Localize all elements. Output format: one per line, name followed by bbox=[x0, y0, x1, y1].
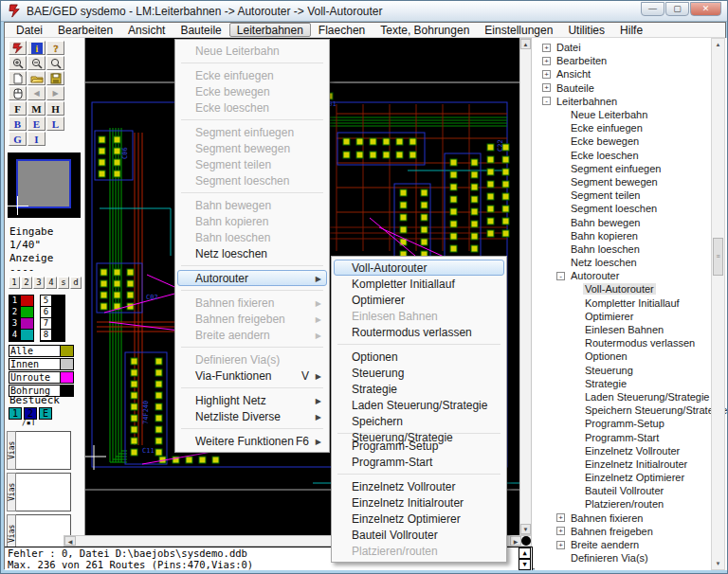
tree-node-datei[interactable]: +Datei bbox=[535, 41, 711, 54]
tool-e-button[interactable]: E bbox=[27, 117, 46, 131]
tree-node-einlesen-bahnen[interactable]: Einlesen Bahnen bbox=[535, 323, 711, 336]
layer-alle[interactable]: Alle bbox=[9, 345, 74, 357]
submenu-item-bauteil-vollrouter[interactable]: Bauteil Vollrouter bbox=[334, 527, 504, 543]
submenu-item-strategie[interactable]: Strategie bbox=[334, 381, 504, 397]
scroll-down-icon[interactable]: ▼ bbox=[520, 524, 531, 534]
tree-node-laden-steuerung-strategie[interactable]: Laden Steuerung/Strategie bbox=[535, 390, 711, 404]
tool-b-button[interactable]: B bbox=[9, 117, 27, 131]
grid-button-4[interactable]: 4 bbox=[46, 277, 57, 289]
submenu-item-voll-autorouter[interactable]: Voll-Autorouter bbox=[334, 260, 504, 276]
menu-item-bahn-bewegen[interactable]: Bahn bewegen bbox=[177, 197, 327, 213]
menu-hilfe[interactable]: Hilfe bbox=[612, 23, 650, 37]
submenu-item-routermodus-verlassen[interactable]: Routermodus verlassen bbox=[334, 324, 504, 340]
collapse-icon[interactable]: - bbox=[556, 272, 565, 280]
layer-innen[interactable]: Innen bbox=[9, 358, 74, 370]
submenu-item-einzelnetz-vollrouter[interactable]: Einzelnetz Vollrouter bbox=[334, 478, 504, 494]
tree-node-bearbeiten[interactable]: +Bearbeiten bbox=[535, 54, 711, 67]
palette-swatch[interactable] bbox=[21, 330, 33, 340]
menu-bearbeiten[interactable]: Bearbeiten bbox=[50, 23, 120, 37]
tool-f-button[interactable]: F bbox=[9, 101, 27, 116]
tree-node-bahn-bewegen[interactable]: Bahn bewegen bbox=[535, 215, 711, 228]
menu-item-bahnen-freigeben[interactable]: Bahnen freigeben▶ bbox=[177, 311, 327, 327]
layer-unroute[interactable]: Unroute bbox=[9, 371, 74, 384]
menu-item-bahn-loeschen[interactable]: Bahn loeschen bbox=[177, 229, 327, 245]
menu-item-segment-loeschen[interactable]: Segment loeschen bbox=[177, 172, 327, 188]
menu-texte-bohrungen[interactable]: Texte, Bohrungen bbox=[373, 23, 477, 37]
submenu-item-steuerung[interactable]: Steuerung bbox=[334, 365, 504, 381]
title-bar[interactable]: BAE/GED sysdemo - LM:Leiterbahnen -> Aut… bbox=[1, 1, 727, 22]
expand-icon[interactable]: + bbox=[556, 541, 565, 549]
tool-l-button[interactable]: L bbox=[46, 117, 64, 131]
palette-swatch[interactable] bbox=[52, 318, 64, 329]
menu-item-netz-loeschen[interactable]: Netz loeschen bbox=[177, 245, 327, 261]
tree-node-autorouter[interactable]: -Autorouter bbox=[535, 269, 711, 282]
expand-icon[interactable]: + bbox=[556, 513, 565, 522]
tree-node-bauteile[interactable]: +Bauteile bbox=[535, 81, 711, 95]
tree-node-definieren-via-s[interactable]: Definieren Via(s) bbox=[535, 551, 711, 565]
expand-icon[interactable]: + bbox=[542, 83, 551, 92]
tree-node-leiterbahnen[interactable]: -Leiterbahnen bbox=[535, 95, 711, 108]
tool-file-open-icon[interactable] bbox=[27, 71, 46, 85]
tree-scroll-thumb[interactable]: ≡ bbox=[713, 238, 723, 276]
tree-node-ecke-einfuegen[interactable]: Ecke einfuegen bbox=[535, 121, 711, 135]
bestueck-button-1[interactable]: 1 bbox=[9, 407, 22, 420]
tree-node-einzelnetz-vollrouter[interactable]: Einzelnetz Vollrouter bbox=[535, 444, 711, 457]
submenu-item-programm-start[interactable]: Programm-Start bbox=[334, 454, 504, 470]
tree-scroll-down-icon[interactable]: ▼ bbox=[713, 558, 723, 569]
via-box-2[interactable]: Vias bbox=[7, 473, 71, 511]
menu-einstellungen[interactable]: Einstellungen bbox=[477, 23, 560, 37]
palette-swatch[interactable] bbox=[52, 330, 64, 340]
tree-node-segment-einfuegen[interactable]: Segment einfuegen bbox=[535, 162, 711, 175]
palette-swatch[interactable] bbox=[21, 318, 33, 329]
menu-utilities[interactable]: Utilities bbox=[560, 23, 612, 37]
scroll-right-icon[interactable]: ▶ bbox=[510, 536, 521, 546]
tree-node-strategie[interactable]: Strategie bbox=[535, 377, 711, 390]
menu-ansicht[interactable]: Ansicht bbox=[120, 23, 173, 37]
submenu-item-programm-setup[interactable]: Programm-Setup bbox=[334, 438, 504, 454]
menu-datei[interactable]: Datei bbox=[9, 23, 50, 37]
tree-node-bauteil-vollrouter[interactable]: Bauteil Vollrouter bbox=[535, 484, 711, 497]
maximize-button[interactable]: ▢ bbox=[665, 2, 689, 16]
palette-swatch[interactable] bbox=[52, 296, 64, 306]
palette-swatch[interactable] bbox=[21, 296, 33, 306]
tree-node-segment-bewegen[interactable]: Segment bewegen bbox=[535, 175, 711, 188]
palette-row-5[interactable]: 5 bbox=[41, 296, 64, 306]
palette-row-4[interactable]: 4 bbox=[9, 330, 33, 340]
collapse-icon[interactable]: - bbox=[542, 97, 551, 105]
board-overview-preview[interactable] bbox=[8, 152, 81, 218]
menu-item-via-funktionen[interactable]: Via-FunktionenV▶ bbox=[177, 368, 327, 384]
tree-node-bahnen-freigeben[interactable]: +Bahnen freigeben bbox=[535, 525, 711, 538]
scrollbar-knob[interactable] bbox=[521, 536, 531, 546]
submenu-item-einlesen-bahnen[interactable]: Einlesen Bahnen bbox=[334, 308, 504, 324]
tree-scrollbar[interactable]: ▲ ≡ ▼ bbox=[711, 38, 725, 570]
tree-node-ansicht[interactable]: +Ansicht bbox=[535, 67, 711, 81]
expand-icon[interactable]: + bbox=[542, 70, 551, 79]
grid-button-1[interactable]: 1 bbox=[9, 277, 20, 289]
palette-row-2[interactable]: 2 bbox=[9, 307, 33, 317]
submenu-item-platzieren-routen[interactable]: Platzieren/routen bbox=[334, 543, 504, 559]
palette-row-3[interactable]: 3 bbox=[9, 318, 33, 329]
menu-item-autorouter[interactable]: Autorouter▶ bbox=[177, 270, 327, 286]
tool-info-icon[interactable]: i bbox=[27, 41, 46, 55]
submenu-item-optionen[interactable]: Optionen bbox=[334, 349, 504, 365]
status-scroll-up-icon[interactable]: ▲ bbox=[519, 547, 531, 559]
expand-icon[interactable]: + bbox=[542, 57, 551, 65]
palette-swatch[interactable] bbox=[52, 307, 64, 317]
tree-node-programm-setup[interactable]: Programm-Setup bbox=[535, 417, 711, 430]
layer-color-swatch[interactable] bbox=[61, 385, 74, 397]
menu-item-segment-teilen[interactable]: Segment teilen bbox=[177, 156, 327, 172]
tool-bae-logo-icon[interactable] bbox=[9, 41, 27, 55]
submenu-item-optimierer[interactable]: Optimierer bbox=[334, 292, 504, 308]
tree-node-voll-autorouter[interactable]: Voll-Autorouter bbox=[535, 282, 711, 296]
tree-node-speichern-steuerung-strategie[interactable]: Speichern Steuerung/Strategie bbox=[535, 404, 711, 417]
tree-node-neue-leiterbahn[interactable]: Neue Leiterbahn bbox=[535, 108, 711, 121]
tool-nav-prev-icon[interactable]: ◀ bbox=[27, 86, 46, 100]
layer-color-swatch[interactable] bbox=[61, 371, 74, 384]
grid-button-3[interactable]: 3 bbox=[33, 277, 45, 289]
tool-file-save-icon[interactable] bbox=[46, 71, 64, 85]
menu-item-ecke-loeschen[interactable]: Ecke loeschen bbox=[177, 99, 327, 116]
expand-icon[interactable]: + bbox=[556, 527, 565, 535]
menu-item-bahnen-fixieren[interactable]: Bahnen fixieren▶ bbox=[177, 295, 327, 311]
tree-scroll-up-icon[interactable]: ▲ bbox=[713, 39, 723, 50]
menu-item-segment-einfuegen[interactable]: Segment einfuegen bbox=[177, 124, 327, 140]
